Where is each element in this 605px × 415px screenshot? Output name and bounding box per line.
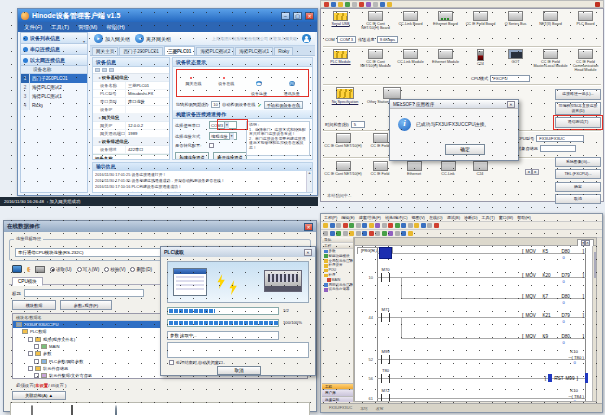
timer-coil[interactable]: K10T840: [536, 389, 584, 402]
toolbar-icon[interactable]: [373, 2, 378, 7]
auto-close-checkbox-row[interactable]: 处理结束时,自动关闭窗口。: [169, 360, 227, 365]
tab-cpu-module[interactable]: CPU模块: [12, 277, 43, 286]
contact-icon[interactable]: [381, 355, 390, 364]
checkbox[interactable]: [28, 366, 33, 371]
toolbar-icon[interactable]: [352, 2, 357, 7]
pc-if-plc-board[interactable]: PLC Board: [568, 11, 603, 30]
menu-tools[interactable]: 工具(T): [482, 215, 495, 220]
plc-if-plc-module[interactable]: PLC Module: [323, 49, 358, 72]
menu-view[interactable]: 视图(V): [412, 215, 425, 220]
contact-icon[interactable]: [381, 273, 390, 282]
property-grid-toolbar[interactable]: [93, 67, 169, 74]
title-input[interactable]: [24, 289, 144, 297]
menu-find[interactable]: 搜索/替换(F): [359, 215, 381, 220]
system-image-button[interactable]: 系统图像(G)...: [555, 157, 601, 167]
contact-icon[interactable]: [381, 394, 390, 402]
doc-window-controls[interactable]: ▾✕: [577, 239, 594, 246]
radio-delete[interactable]: 删除(D): [130, 267, 152, 272]
baud-value[interactable]: 9.6Kbps: [377, 36, 398, 43]
cancel-button[interactable]: 取消: [217, 366, 261, 375]
titlebar[interactable]: Hinode设备管理客户端 v1.5: [18, 9, 317, 22]
time-check-value[interactable]: 5: [351, 121, 365, 128]
timer-coil[interactable]: K10T800: [536, 350, 584, 365]
pc-if-net2-board[interactable]: NET(II) Board: [533, 11, 568, 30]
module-data-button[interactable]: 模块数据: [12, 300, 56, 310]
remote-operation-item[interactable]: 远程操作: [19, 406, 45, 415]
table-row[interactable]: 3海得PLC测试1: [21, 92, 87, 101]
poll-interval-input[interactable]: 10: [211, 101, 220, 108]
cancel-button[interactable]: 取消: [555, 194, 601, 204]
sidebar-item-ethernet-conn[interactable]: 以太网连接信息: [21, 55, 87, 66]
sidebar-item-device-list[interactable]: 设备列表信息: [21, 33, 87, 44]
close-icon[interactable]: ✕: [304, 249, 312, 256]
tab-gateway-home[interactable]: 网关主页: [92, 47, 118, 55]
connect-mode-select[interactable]: 编程连接: [209, 132, 237, 140]
close-icon[interactable]: [305, 12, 314, 20]
scrollbar[interactable]: [592, 246, 596, 401]
maximize-button[interactable]: [293, 12, 302, 20]
prop-value[interactable]: 12.0.0.2: [126, 122, 169, 129]
messagebox-titlebar[interactable]: MELSOFT 应用程序✕: [390, 100, 518, 109]
pc-if-serial-usb[interactable]: Serial USB: [323, 11, 358, 30]
pc-if-q-bus[interactable]: Q Series Bus: [498, 11, 533, 30]
toolbar-icon[interactable]: [366, 2, 371, 7]
close-icon[interactable]: ✕: [507, 101, 515, 108]
co-cclink[interactable]: CC-Link: [431, 161, 465, 176]
route-ccie-cont[interactable]: CC IE Cont NET/10(H): [323, 133, 363, 148]
checkbox[interactable]: [34, 373, 39, 378]
table-row[interactable]: 4Ricky: [21, 101, 87, 110]
prop-group[interactable]: 网关信息: [93, 114, 169, 122]
minimize-button[interactable]: [281, 12, 290, 20]
toolbar-icon[interactable]: [338, 2, 343, 7]
checkbox[interactable]: [34, 359, 39, 364]
leave-gateway-button[interactable]: ◂离开网关组: [135, 34, 171, 43]
menu-window[interactable]: 窗口(W): [499, 215, 513, 220]
table-row[interactable]: 2海得PLC测试2: [21, 83, 87, 92]
prop-value[interactable]: 三菱PLC01: [126, 82, 169, 89]
ok-button[interactable]: 确定: [445, 144, 485, 155]
user-icon[interactable]: [302, 34, 311, 43]
menu-help[interactable]: 帮助(H): [517, 215, 531, 220]
plc-if-ccie-field-head[interactable]: CC IE Field Communication Head Module: [568, 49, 603, 72]
nav-item[interactable]: 软元件存储器: [322, 287, 353, 292]
co-ethernet[interactable]: Ethernet: [397, 161, 431, 176]
tab-plc-active[interactable]: 三菱PLC01: [164, 46, 196, 55]
toolbar-row-1[interactable]: [321, 222, 602, 230]
tel-button[interactable]: TEL (FXCPU)...: [555, 169, 601, 179]
no-specification[interactable]: No Specification: [323, 87, 367, 104]
co-c24[interactable]: C24: [465, 161, 495, 176]
prop-group[interactable]: 设备描述信息: [93, 138, 169, 146]
plc-if-got[interactable]: GOT: [498, 49, 533, 72]
mov-instruction[interactable]: MOVK9D800: [522, 334, 584, 339]
menu-diagnostics[interactable]: 诊断(D): [464, 215, 478, 220]
menu-online[interactable]: 在线(O): [429, 215, 443, 220]
build-channel-button[interactable]: 构建连接通道: [175, 152, 209, 160]
ladder-area[interactable]: MOVK5D800 10 M70 MOVK20D790 MOVK7D800 44…: [377, 252, 586, 402]
prop-value[interactable]: 串口连接: [126, 98, 169, 105]
pc-if-ethernet-board[interactable]: Ethernet Board: [428, 11, 463, 30]
menu-debug[interactable]: 调试(B): [447, 215, 460, 220]
scrollbar[interactable]: ▲: [306, 171, 312, 192]
pc-if-cclink-board[interactable]: CC-Link Board: [393, 11, 428, 30]
plc-if-ccie-module[interactable]: CC IE Cont NET/10(H) Module: [358, 49, 393, 72]
menu-compile[interactable]: 转换/编译(C): [385, 215, 408, 220]
clock-setting-item[interactable]: 时钟设置: [59, 406, 85, 415]
menu-edit[interactable]: 编辑(E): [341, 215, 354, 220]
dialog-titlebar[interactable]: 在线数据操作: [4, 221, 316, 232]
check-icon[interactable]: ✓: [257, 102, 261, 108]
tab-plc[interactable]: 海得PLC测试1: [235, 47, 273, 55]
toolbar-icon[interactable]: [359, 2, 364, 7]
mov-instruction[interactable]: MOVK21D790: [522, 313, 584, 318]
prop-value[interactable]: 422串口: [126, 146, 169, 153]
related-functions-button[interactable]: 关联功能(A) ▲: [12, 391, 66, 400]
plc-memory-clear-item[interactable]: PLC存储器清除: [99, 406, 133, 415]
table-row[interactable]: 1西门子200PLC01: [21, 74, 87, 83]
toolbar-icon[interactable]: [345, 2, 350, 7]
toolbar-icon[interactable]: [324, 2, 329, 7]
plc-if-ethernet-module[interactable]: Ethernet Module: [428, 49, 463, 72]
close-icon[interactable]: [595, 2, 600, 7]
prop-value[interactable]: Mitsubishi-FX: [126, 90, 169, 97]
join-gateway-button[interactable]: ▸加入网关组: [94, 34, 130, 43]
target-memory-value[interactable]: [540, 145, 576, 152]
comm-test-button[interactable]: 通信测试(T): [555, 117, 601, 128]
